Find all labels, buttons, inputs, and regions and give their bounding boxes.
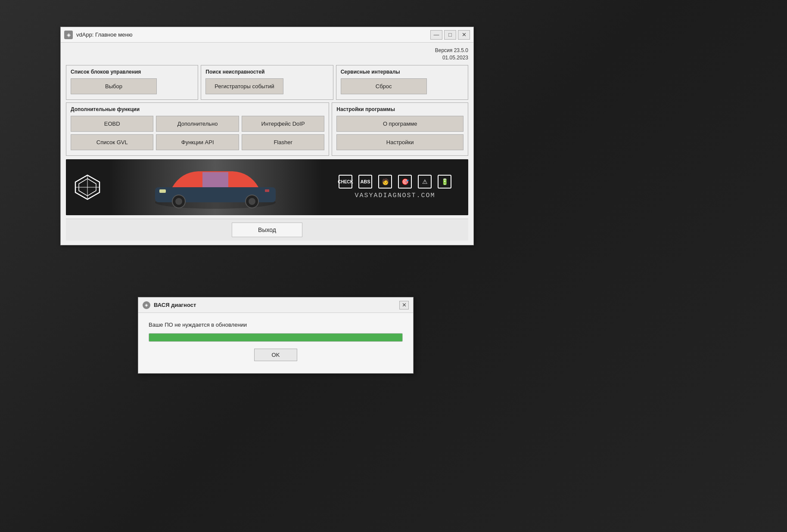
person-icon: 🧑 [378,175,392,189]
api-functions-button[interactable]: Функции API [156,134,239,150]
dialog-title: ВАСЯ диагност [154,302,399,308]
version-number: Версия 23.5.0 [66,47,468,54]
select-button[interactable]: Выбор [71,78,157,94]
svg-rect-11 [265,189,269,192]
exit-area: Выход [66,219,468,241]
banner-icons-row: CHECK ABS 🧑 🎯 ⚠ 🔋 [339,175,451,189]
svg-point-9 [249,198,255,205]
advertisement-banner: CHECK ABS 🧑 🎯 ⚠ 🔋 VASYADIAGNOST.COM [66,159,468,215]
svg-point-7 [175,198,182,205]
top-sections-row: Список блоков управления Выбор Поиск неи… [66,65,468,100]
dialog-message: Ваше ПО не нуждается в обновлении [149,322,403,328]
dialog-footer: OK [149,349,403,366]
dialog-app-icon: ◈ [143,301,150,309]
warning-icon: ⚠ [418,175,432,189]
app-icon: ◈ [64,31,73,39]
steering-wheel-icon: 🎯 [398,175,412,189]
title-bar: ◈ vdApp: Главное меню — □ ✕ [61,27,473,43]
eobd-button[interactable]: EOBD [71,116,153,132]
settings-button[interactable]: Настройки [336,134,463,150]
dialog-close-button[interactable]: ✕ [399,301,409,309]
fault-search-buttons: Регистраторы событий [205,78,328,94]
window-body: Версия 23.5.0 01.05.2023 Список блоков у… [61,43,473,245]
service-intervals-title: Сервисные интервалы [341,69,463,75]
program-settings-section: Настройки программы О программе Настройк… [332,102,468,156]
additional-functions-title: Дополнительные функции [71,106,324,112]
program-settings-title: Настройки программы [336,106,463,112]
service-intervals-section: Сервисные интервалы Сброс [336,65,468,100]
version-date: 01.05.2023 [66,54,468,62]
reset-button[interactable]: Сброс [341,78,427,94]
flasher-button[interactable]: Flasher [242,134,324,150]
car-svg [146,164,284,211]
progress-bar-fill [149,334,402,341]
vasya-logo-icon [75,174,100,200]
service-intervals-buttons: Сброс [341,78,463,94]
dialog-body: Ваше ПО не нуждается в обновлении OK [138,313,413,373]
additional-functions-buttons: EOBD Дополнительно Интерфейс DoIP Список… [71,116,324,150]
window-title: vdApp: Главное меню [76,31,430,38]
update-dialog: ◈ ВАСЯ диагност ✕ Ваше ПО не нуждается в… [138,297,414,374]
window-controls: — □ ✕ [430,30,470,40]
version-info: Версия 23.5.0 01.05.2023 [66,47,468,62]
close-button[interactable]: ✕ [458,30,470,40]
gvl-list-button[interactable]: Список GVL [71,134,153,150]
check-engine-icon: CHECK [339,175,352,189]
program-settings-buttons: О программе Настройки [336,116,463,150]
fault-search-section: Поиск неисправностей Регистраторы событи… [201,65,333,100]
additional-button[interactable]: Дополнительно [156,116,239,132]
about-program-button[interactable]: О программе [336,116,463,132]
control-blocks-section: Список блоков управления Выбор [66,65,198,100]
battery-icon: 🔋 [438,175,451,189]
additional-functions-section: Дополнительные функции EOBD Дополнительн… [66,102,329,156]
doip-interface-button[interactable]: Интерфейс DoIP [242,116,324,132]
banner-right-panel: CHECK ABS 🧑 🎯 ⚠ 🔋 VASYADIAGNOST.COM [322,159,468,215]
bottom-sections-row: Дополнительные функции EOBD Дополнительн… [66,102,468,156]
progress-bar-container [149,333,403,342]
ok-button[interactable]: OK [254,349,298,361]
banner-car-image [109,159,322,215]
minimize-button[interactable]: — [430,30,442,40]
dialog-titlebar: ◈ ВАСЯ диагност ✕ [138,297,413,313]
control-blocks-title: Список блоков управления [71,69,193,75]
exit-button[interactable]: Выход [232,223,302,237]
banner-domain-text: VASYADIAGNOST.COM [355,192,435,199]
main-window: ◈ vdApp: Главное меню — □ ✕ Версия 23.5.… [60,27,474,245]
control-blocks-buttons: Выбор [71,78,193,94]
fault-search-title: Поиск неисправностей [205,69,328,75]
abs-icon: ABS [358,175,372,189]
event-recorders-button[interactable]: Регистраторы событий [205,78,283,94]
banner-logo [66,159,109,215]
svg-rect-10 [159,189,166,193]
maximize-button[interactable]: □ [444,30,456,40]
